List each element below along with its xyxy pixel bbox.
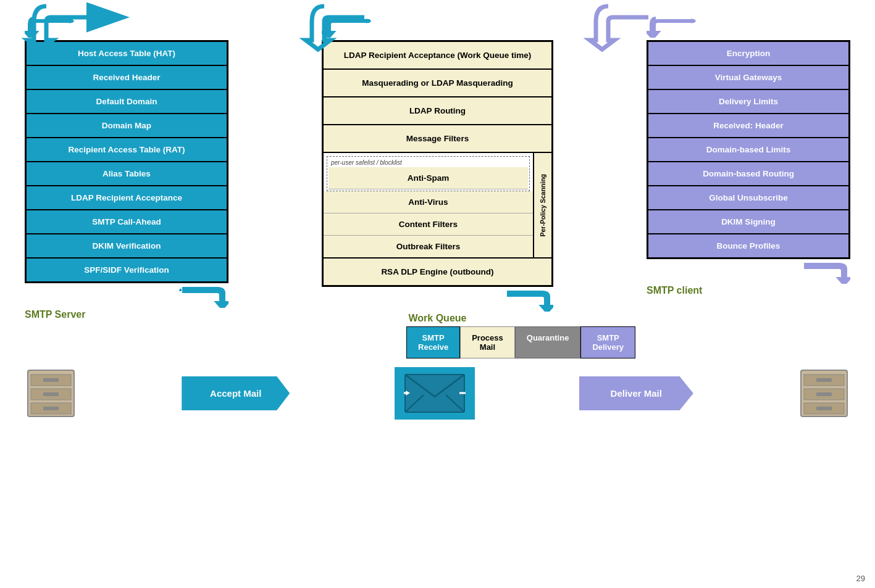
left-item-dkim-verify: DKIM Verification — [27, 234, 227, 259]
smtp-client-label: SMTP client — [647, 285, 850, 296]
deliver-mail-arrow: Deliver Mail — [579, 376, 693, 410]
right-column: Encryption Virtual Gateways Delivery Lim… — [647, 15, 850, 296]
svg-rect-24 — [816, 407, 832, 410]
svg-rect-22 — [816, 378, 832, 382]
middle-item-antivirus: Anti-Virus — [324, 191, 533, 213]
smtp-server-label: SMTP Server — [25, 309, 228, 320]
middle-item-masquerade: Masquerading or LDAP Masquerading — [324, 70, 551, 97]
work-queue-label: Work Queue — [322, 313, 553, 324]
left-cabinet-area — [25, 367, 77, 420]
middle-item-rsa-dlp: RSA DLP Engine (outbound) — [324, 259, 551, 285]
right-item-domain-limits: Domain-based Limits — [648, 138, 848, 162]
safelist-box: per-user safelist / blocklist Anti-Spam — [327, 156, 530, 191]
per-policy-left: per-user safelist / blocklist Anti-Spam … — [324, 153, 534, 257]
right-item-virtual-gateways: Virtual Gateways — [648, 66, 848, 90]
right-item-delivery-limits: Delivery Limits — [648, 90, 848, 114]
left-bottom-arrow — [179, 286, 228, 308]
middle-top-arrow — [322, 15, 371, 38]
page-number: 29 — [856, 574, 865, 583]
svg-rect-15 — [405, 375, 464, 412]
right-item-bounce-profiles: Bounce Profiles — [648, 234, 848, 257]
middle-item-ldap-routing: LDAP Routing — [324, 97, 551, 125]
right-item-domain-routing: Domain-based Routing — [648, 162, 848, 186]
left-item-spf: SPF/SIDF Verification — [27, 259, 227, 281]
middle-item-msg-filters: Message Filters — [324, 125, 551, 153]
right-bottom-arrow — [801, 262, 850, 284]
middle-boxes: LDAP Recipient Acceptance (Work Queue ti… — [322, 40, 553, 287]
middle-bottom-arrow — [504, 289, 553, 312]
mail-icon-container — [395, 367, 475, 420]
middle-item-ldap-accept: LDAP Recipient Acceptance (Work Queue ti… — [324, 42, 551, 70]
right-cabinet-area — [798, 367, 850, 420]
right-item-encryption: Encryption — [648, 42, 848, 66]
left-item-default-domain: Default Domain — [27, 90, 227, 114]
process-flow-bar: SMTP Receive Process Mail Quarantine SMT… — [173, 326, 869, 358]
middle-item-antispam: Anti-Spam — [329, 167, 528, 189]
left-top-arrow — [25, 15, 74, 38]
left-boxes: Host Access Table (HAT) Received Header … — [25, 40, 228, 283]
envelope-icon — [404, 373, 466, 413]
svg-rect-14 — [43, 407, 59, 410]
middle-item-content-filters: Content Filters — [324, 213, 533, 236]
svg-rect-13 — [43, 392, 59, 396]
left-item-hat: Host Access Table (HAT) — [27, 42, 227, 66]
left-item-received-header: Received Header — [27, 66, 227, 90]
svg-rect-12 — [43, 378, 59, 382]
right-cabinet-icon — [798, 367, 850, 420]
left-item-alias: Alias Tables — [27, 162, 227, 186]
right-boxes: Encryption Virtual Gateways Delivery Lim… — [647, 40, 850, 259]
per-policy-section: per-user safelist / blocklist Anti-Spam … — [324, 153, 551, 259]
left-column: Host Access Table (HAT) Received Header … — [25, 15, 228, 320]
per-policy-label: Per-Policy Scanning — [539, 174, 546, 237]
deliver-mail-label: Deliver Mail — [579, 376, 693, 410]
right-top-arrow — [647, 15, 696, 38]
main-container: Host Access Table (HAT) Received Header … — [0, 0, 875, 588]
process-smtp-receive: SMTP Receive — [406, 326, 460, 358]
process-quarantine: Quarantine — [515, 326, 581, 358]
per-policy-label-container: Per-Policy Scanning — [534, 153, 551, 257]
process-mail: Process Mail — [460, 326, 515, 358]
columns-container: Host Access Table (HAT) Received Header … — [6, 15, 869, 324]
right-item-received-header: Received: Header — [648, 114, 848, 138]
svg-marker-2 — [179, 289, 182, 291]
left-item-rat: Recipient Access Table (RAT) — [27, 138, 227, 162]
svg-rect-23 — [816, 392, 832, 396]
middle-column: LDAP Recipient Acceptance (Work Queue ti… — [322, 15, 553, 324]
left-item-ldap: LDAP Recipient Acceptance — [27, 186, 227, 210]
right-item-dkim-signing: DKIM Signing — [648, 210, 848, 234]
bottom-flow: Accept Mail Deliver Mail — [6, 361, 869, 426]
right-item-global-unsub: Global Unsubscribe — [648, 186, 848, 210]
left-item-smtp-callahead: SMTP Call-Ahead — [27, 210, 227, 234]
middle-item-outbreak-filters: Outbreak Filters — [324, 236, 533, 257]
safelist-label: per-user safelist / blocklist — [329, 158, 528, 167]
accept-mail-arrow: Accept Mail — [182, 376, 290, 410]
process-smtp-delivery: SMTP Delivery — [580, 326, 635, 358]
left-item-domain-map: Domain Map — [27, 114, 227, 138]
left-cabinet-icon — [25, 367, 77, 420]
accept-mail-label: Accept Mail — [182, 376, 290, 410]
